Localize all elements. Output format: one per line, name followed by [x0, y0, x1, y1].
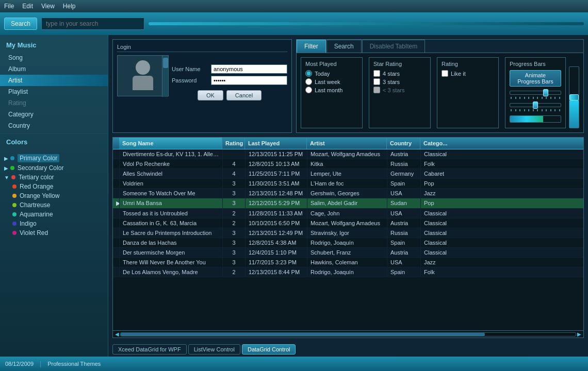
radio-last-week-input[interactable] — [305, 78, 312, 85]
slider-2-thumb[interactable] — [533, 102, 538, 109]
color-label-tertiary: Tertiary color — [19, 174, 54, 181]
color-violet-red[interactable]: Violet Red — [0, 228, 108, 238]
sidebar-item-album[interactable]: Album — [0, 63, 108, 75]
th-category[interactable]: Catego... — [420, 138, 456, 149]
slider-1-track[interactable] — [510, 91, 561, 95]
color-chartreuse[interactable]: Chartreuse — [0, 200, 108, 210]
radio-today[interactable]: Today — [305, 70, 358, 77]
scroll-right-arrow[interactable]: ▶ — [576, 331, 582, 337]
color-orange-yellow[interactable]: Orange Yellow — [0, 191, 108, 200]
sidebar-item-country[interactable]: Country — [0, 120, 108, 131]
table-row[interactable]: Tossed as it is Untroubled 2 11/28/2015 … — [113, 209, 583, 218]
horizontal-scrollbar[interactable]: ◀ ▶ — [113, 330, 583, 338]
color-secondary[interactable]: ▶ Secondary Color — [0, 163, 108, 173]
check-3stars-input[interactable] — [373, 78, 380, 85]
star-rating-section: Star Rating 4 stars 3 stars — [369, 57, 431, 128]
th-song-name[interactable]: Song Name — [119, 138, 222, 149]
td-last-played: 11/30/2015 3:51 AM — [246, 179, 307, 188]
login-buttons: OK Cancel — [172, 90, 287, 100]
slider-1-thumb[interactable] — [543, 89, 548, 96]
table-row[interactable]: Cassation in G, K. 63, Marcia 2 10/10/20… — [113, 218, 583, 228]
progress-bars-title: Progress Bars — [510, 61, 561, 67]
search-button[interactable]: Search — [4, 18, 37, 30]
td-category: Cabaret — [421, 169, 457, 178]
sidebar-item-artist[interactable]: Artist — [0, 75, 108, 86]
rating-title: Rating — [442, 61, 494, 67]
table-row[interactable]: Danza de las Hachas 3 12/8/2015 4:38 AM … — [113, 238, 583, 248]
color-aquamarine[interactable]: Aquamarine — [0, 210, 108, 219]
password-input[interactable] — [211, 76, 287, 85]
menu-edit[interactable]: Edit — [22, 3, 33, 10]
menu-help[interactable]: Help — [63, 3, 76, 10]
avatar-scrollbar[interactable] — [162, 56, 168, 97]
td-country: USA — [387, 189, 421, 198]
th-rating[interactable]: Rating — [222, 138, 245, 149]
content-area: Login — [108, 35, 588, 357]
color-label-chartreuse: Chartreuse — [20, 201, 50, 209]
table-row[interactable]: Der stuermische Morgen 3 12/4/2015 1:10 … — [113, 248, 583, 258]
check-less3stars: < 3 stars — [373, 87, 426, 93]
td-last-played: 12/13/2015 8:44 PM — [246, 267, 307, 277]
cancel-button[interactable]: Cancel — [226, 90, 262, 100]
menu-view[interactable]: View — [41, 3, 55, 10]
ok-button[interactable]: OK — [198, 90, 223, 100]
menu-file[interactable]: File — [4, 3, 14, 10]
username-input[interactable] — [211, 64, 287, 74]
radio-last-month-input[interactable] — [305, 87, 312, 93]
td-song: Divertimento Es-dur, KV 113, 1. Allegro … — [120, 149, 223, 159]
td-artist: L'Ham de foc — [307, 179, 387, 188]
slider-2-track[interactable] — [510, 103, 561, 107]
sidebar-item-category[interactable]: Category — [0, 109, 108, 120]
check-3stars[interactable]: 3 stars — [373, 78, 426, 85]
th-artist[interactable]: Artist — [307, 138, 387, 149]
h-scroll-track[interactable] — [120, 332, 576, 336]
td-artist: Gershwin, Georges — [307, 189, 387, 198]
vertical-slider-thumb[interactable] — [569, 94, 579, 100]
table-header: Song Name Rating Last Played Artist Coun… — [113, 138, 583, 149]
bottom-tab-xceed[interactable]: Xceed DataGrid for WPF — [112, 344, 187, 355]
menu-bar: File Edit View Help — [0, 0, 588, 12]
username-row: User Name — [172, 64, 287, 74]
search-input[interactable] — [41, 18, 144, 30]
table-row[interactable]: There Will Never Be Another You 3 11/7/2… — [113, 258, 583, 267]
color-red-orange[interactable]: Red Orange — [0, 182, 108, 191]
animate-progress-button[interactable]: Animate Progress Bars — [510, 70, 561, 87]
slider-2-dots — [510, 109, 561, 111]
color-primary[interactable]: ▶ Primary Color — [0, 153, 108, 163]
bottom-tab-listview[interactable]: ListView Control — [188, 344, 240, 355]
check-like-it-input[interactable] — [442, 70, 448, 77]
scroll-left-arrow[interactable]: ◀ — [114, 331, 120, 337]
th-country[interactable]: Country — [387, 138, 420, 149]
sidebar-item-song[interactable]: Song — [0, 52, 108, 63]
tab-search[interactable]: Search — [326, 40, 362, 53]
h-scroll-thumb[interactable] — [121, 333, 485, 336]
table-row[interactable]: Divertimento Es-dur, KV 113, 1. Allegro … — [113, 149, 583, 159]
rating-section: Rating Like it — [437, 57, 499, 128]
check-4stars[interactable]: 4 stars — [373, 70, 426, 77]
table-row[interactable]: ▶ Umri Ma Bansa 3 12/12/2015 5:29 PM Sal… — [113, 198, 583, 209]
radio-last-week[interactable]: Last week — [305, 78, 358, 85]
td-song: Le Sacre du Printemps Introduction — [120, 228, 223, 238]
tabs-panel: Filter Search Disabled TabItem Most Play… — [296, 39, 584, 133]
td-category: Classical — [421, 248, 457, 257]
table-row[interactable]: Le Sacre du Printemps Introduction 3 12/… — [113, 228, 583, 238]
bottom-tab-datagrid[interactable]: DataGrid Control — [242, 344, 296, 355]
color-dot-red-orange — [12, 184, 17, 189]
td-song: Umri Ma Bansa — [120, 198, 223, 208]
table-row[interactable]: Someone To Watch Over Me 3 12/13/2015 12… — [113, 189, 583, 198]
th-last-played[interactable]: Last Played — [245, 138, 307, 149]
check-4stars-input[interactable] — [373, 70, 380, 77]
table-row[interactable]: De Los Alamos Vengo, Madre 2 12/13/2015 … — [113, 267, 583, 277]
table-row[interactable]: Voldrien 3 11/30/2015 3:51 AM L'Ham de f… — [113, 179, 583, 189]
tab-filter[interactable]: Filter — [297, 40, 326, 53]
radio-last-month[interactable]: Last month — [305, 87, 358, 93]
toolbar-progress-bar — [149, 22, 584, 25]
color-tertiary[interactable]: ▼ Tertiary color — [0, 173, 108, 182]
color-indigo[interactable]: Indigo — [0, 219, 108, 228]
sidebar-item-playlist[interactable]: Playlist — [0, 86, 108, 97]
radio-today-input[interactable] — [305, 70, 312, 77]
row-expand — [113, 258, 120, 267]
table-row[interactable]: Vdol Po Rechenke 4 12/8/2015 10:13 AM Ki… — [113, 159, 583, 169]
table-row[interactable]: Alles Schwindel 4 11/25/2015 7:11 PM Lem… — [113, 169, 583, 179]
check-like-it[interactable]: Like it — [442, 70, 494, 77]
